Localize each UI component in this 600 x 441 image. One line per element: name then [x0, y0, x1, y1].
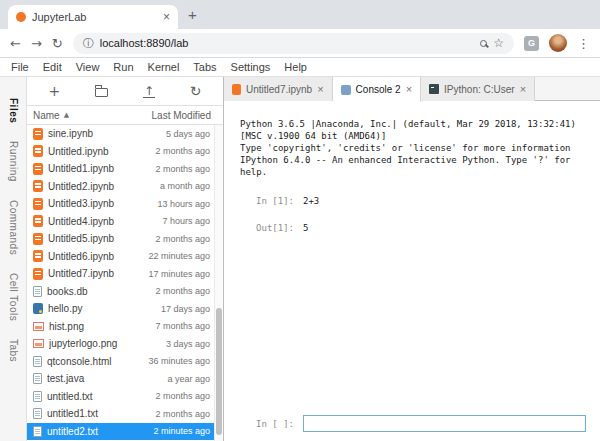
file-row[interactable]: books.db 2 months ago — [27, 283, 214, 301]
notebook-icon — [33, 145, 43, 157]
file-name: Untitled4.ipynb — [48, 216, 157, 227]
file-name: hello.py — [48, 303, 156, 314]
reload-icon[interactable]: ↻ — [52, 37, 63, 50]
menu-file[interactable]: File — [4, 61, 36, 73]
banner-line: Python 3.6.5 |Anaconda, Inc.| (default, … — [240, 118, 588, 130]
file-row[interactable]: Untitled7.ipynb 17 minutes ago — [27, 265, 214, 283]
file-row[interactable]: hist.png 7 months ago — [27, 318, 214, 336]
file-icon — [33, 373, 42, 384]
jupyterlab-main: Files Running Commands Cell Tools Tabs +… — [0, 77, 600, 441]
banner-line: Type 'copyright', 'credits' or 'license'… — [240, 142, 588, 154]
tab-console-2[interactable]: Console 2 × — [333, 77, 421, 102]
menu-kernel[interactable]: Kernel — [141, 61, 187, 73]
file-name: Untitled7.ipynb — [48, 268, 143, 279]
file-row[interactable]: Untitled1.ipynb 2 months ago — [27, 160, 214, 178]
file-row[interactable]: test.java a year ago — [27, 370, 214, 388]
console-panel[interactable]: Python 3.6.5 |Anaconda, Inc.| (default, … — [224, 101, 600, 441]
file-modified: 2 months ago — [155, 234, 210, 244]
notebook-icon — [33, 198, 43, 210]
file-row[interactable]: Untitled.ipynb 2 months ago — [27, 143, 214, 161]
tab-ipython-terminal[interactable]: IPython: C:User × — [421, 77, 535, 101]
close-icon[interactable]: × — [406, 84, 412, 95]
new-folder-icon[interactable] — [95, 88, 108, 97]
file-name: hist.png — [49, 321, 150, 332]
site-info-icon[interactable]: ⓘ — [83, 36, 94, 51]
address-bar[interactable]: ⓘ localhost:8890/lab ☆ — [73, 33, 514, 54]
upload-icon[interactable]: ↑ — [143, 85, 155, 98]
tab-untitled7-notebook[interactable]: Untitled7.ipynb × — [224, 77, 333, 101]
file-row[interactable]: hello.py 17 days ago — [27, 300, 214, 318]
console-code-input[interactable] — [303, 415, 586, 432]
jupyter-favicon-icon — [16, 12, 26, 22]
file-icon — [33, 426, 42, 437]
file-row[interactable]: Untitled4.ipynb 7 hours ago — [27, 213, 214, 231]
refresh-icon[interactable]: ↻ — [190, 84, 202, 98]
sidebar-tab-tabs[interactable]: Tabs — [1, 330, 26, 371]
input-prompt: In [1]: — [240, 195, 294, 207]
sidebar-tab-files[interactable]: Files — [1, 89, 26, 132]
forward-icon[interactable]: → — [31, 37, 42, 50]
close-icon[interactable]: × — [317, 84, 323, 95]
file-list-scrollbar[interactable] — [214, 125, 223, 441]
banner-line: IPython 6.4.0 -- An enhanced Interactive… — [240, 154, 588, 166]
file-icon — [33, 391, 42, 402]
search-icon[interactable] — [480, 40, 487, 47]
sort-ascending-icon[interactable]: ▲ — [64, 111, 69, 119]
file-row[interactable]: sine.ipynb 5 days ago — [27, 125, 214, 143]
menu-help[interactable]: Help — [277, 61, 314, 73]
back-icon[interactable]: ← — [10, 37, 21, 50]
file-row[interactable]: Untitled2.ipynb a month ago — [27, 178, 214, 196]
file-name: Untitled.ipynb — [48, 146, 150, 157]
file-modified: 22 minutes ago — [148, 251, 210, 261]
file-row[interactable]: untitled.txt 2 months ago — [27, 388, 214, 406]
file-modified: 7 hours ago — [162, 216, 210, 226]
file-row[interactable]: jupyterlogo.png 3 days ago — [27, 335, 214, 353]
menu-view[interactable]: View — [69, 61, 107, 73]
file-row[interactable]: untitled1.txt 2 months ago — [27, 405, 214, 423]
scrollbar-thumb[interactable] — [216, 308, 222, 434]
extension-badge[interactable]: G — [524, 36, 539, 51]
file-name: untitled2.txt — [47, 426, 148, 437]
sidebar-tab-cell-tools[interactable]: Cell Tools — [1, 264, 26, 330]
file-row[interactable]: Untitled5.ipynb 2 months ago — [27, 230, 214, 248]
file-name: Untitled6.ipynb — [48, 251, 143, 262]
new-tab-button[interactable]: + — [188, 7, 197, 22]
menu-tabs[interactable]: Tabs — [186, 61, 223, 73]
file-icon — [33, 356, 42, 367]
file-name: jupyterlogo.png — [49, 338, 161, 349]
console-banner: Python 3.6.5 |Anaconda, Inc.| (default, … — [240, 118, 588, 178]
file-modified: 2 minutes ago — [153, 426, 210, 436]
file-row[interactable]: Untitled6.ipynb 22 minutes ago — [27, 248, 214, 266]
file-row[interactable]: qtconsole.html 36 minutes ago — [27, 353, 214, 371]
console-cell-input: In [1]: 2+3 — [240, 195, 588, 207]
file-row-selected[interactable]: untitled2.txt 2 minutes ago — [27, 423, 214, 441]
file-modified: 2 months ago — [155, 391, 210, 401]
profile-avatar[interactable] — [549, 34, 567, 52]
file-name: books.db — [47, 286, 150, 297]
menu-edit[interactable]: Edit — [36, 61, 69, 73]
close-tab-icon[interactable]: × — [163, 11, 170, 23]
file-modified: 2 months ago — [155, 146, 210, 156]
notebook-icon — [33, 233, 43, 245]
column-name[interactable]: Name — [33, 110, 60, 121]
file-icon — [33, 286, 42, 297]
console-input-row: In [ ]: — [240, 415, 586, 432]
new-launcher-button[interactable]: + — [48, 84, 60, 98]
browser-tab[interactable]: JupyterLab × — [8, 5, 178, 29]
left-sidebar-strip: Files Running Commands Cell Tools Tabs — [0, 77, 27, 441]
sidebar-tab-running[interactable]: Running — [1, 132, 26, 191]
tab-label: Console 2 — [356, 84, 401, 95]
menu-settings[interactable]: Settings — [224, 61, 278, 73]
sidebar-tab-commands[interactable]: Commands — [1, 191, 26, 264]
file-modified: 17 days ago — [161, 304, 210, 314]
menu-run[interactable]: Run — [106, 61, 140, 73]
bookmark-star-icon[interactable]: ☆ — [493, 36, 504, 50]
file-browser-toolbar: + ↑ ↻ — [27, 77, 223, 106]
column-last-modified[interactable]: Last Modified — [152, 110, 211, 121]
document-tab-bar: Untitled7.ipynb × Console 2 × IPython: C… — [224, 77, 600, 101]
browser-menu-icon[interactable]: ⋮ — [577, 36, 590, 51]
file-name: untitled.txt — [47, 391, 150, 402]
file-row[interactable]: Untitled3.ipynb 13 hours ago — [27, 195, 214, 213]
close-icon[interactable]: × — [520, 84, 526, 95]
terminal-icon — [429, 84, 439, 94]
